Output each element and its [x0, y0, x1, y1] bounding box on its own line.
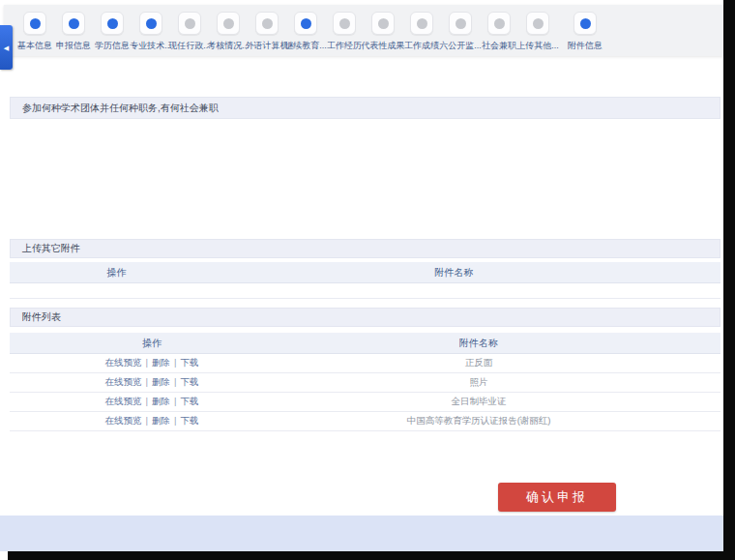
section-header-attachment-list: 附件列表 — [10, 308, 720, 327]
section-title: 参加何种学术团体并任何种职务,有何社会兼职 — [22, 102, 219, 115]
attachment-name: 中国高等教育学历认证报告(谢丽红) — [294, 415, 663, 427]
column-header-attachment-name: 附件名称 — [294, 337, 663, 350]
attachment-row: 在线预览|删除|下载 全日制毕业证 — [10, 393, 720, 412]
preview-link[interactable]: 在线预览 — [105, 376, 142, 387]
preview-link[interactable]: 在线预览 — [105, 415, 142, 426]
attachment-name: 照片 — [294, 376, 663, 389]
action-separator: | — [146, 415, 148, 426]
row-actions: 在线预览|删除|下载 — [10, 396, 294, 408]
download-link[interactable]: 下载 — [180, 396, 198, 406]
column-header-attachment-name: 附件名称 — [223, 266, 686, 280]
section-title: 上传其它附件 — [22, 242, 80, 255]
attachment-name: 全日制毕业证 — [294, 396, 663, 408]
footer-bar — [0, 516, 723, 551]
delete-link[interactable]: 删除 — [152, 376, 170, 387]
row-actions: 在线预览|删除|下载 — [10, 357, 294, 369]
row-actions: 在线预览|删除|下载 — [10, 415, 294, 427]
action-separator: | — [146, 396, 148, 406]
action-separator: | — [174, 376, 176, 387]
social-roles-answer-area[interactable] — [10, 119, 720, 233]
section-title: 附件列表 — [22, 310, 61, 324]
section-header-social-roles: 参加何种学术团体并任何种职务,有何社会兼职 — [10, 97, 720, 119]
upload-table-empty-row — [10, 283, 720, 299]
delete-link[interactable]: 删除 — [152, 396, 170, 406]
column-header-operation: 操作 — [10, 337, 294, 350]
chevron-left-icon: ◀ — [4, 44, 9, 51]
screenshot-border-right — [723, 0, 735, 553]
attachment-row: 在线预览|删除|下载 照片 — [10, 373, 720, 393]
action-separator: | — [174, 396, 176, 406]
attachment-table-header: 操作 附件名称 — [10, 333, 720, 354]
action-separator: | — [146, 357, 148, 368]
section-header-upload-other: 上传其它附件 — [10, 239, 720, 258]
download-link[interactable]: 下载 — [180, 415, 198, 426]
preview-link[interactable]: 在线预览 — [105, 396, 142, 406]
attachment-row: 在线预览|删除|下载 正反面 — [10, 354, 720, 373]
action-separator: | — [146, 376, 148, 387]
app-window: 基本信息 申报信息 学历信息 专业技术... 现任行政... 考核情况... 外… — [0, 0, 735, 560]
preview-link[interactable]: 在线预览 — [105, 357, 142, 368]
attachment-name: 正反面 — [294, 357, 663, 369]
download-link[interactable]: 下载 — [180, 357, 198, 368]
upload-table-header: 操作 附件名称 — [10, 262, 720, 283]
action-separator: | — [174, 357, 176, 368]
screenshot-border-bottom — [8, 551, 735, 560]
download-link[interactable]: 下载 — [180, 376, 198, 387]
confirm-declaration-button[interactable]: 确认申报 — [498, 483, 616, 512]
delete-link[interactable]: 删除 — [152, 415, 170, 426]
sidebar-collapse-handle[interactable]: ◀ — [0, 25, 13, 70]
action-separator: | — [174, 415, 176, 426]
main-content: 参加何种学术团体并任何种职务,有何社会兼职 上传其它附件 操作 附件名称 附件列… — [10, 0, 720, 560]
column-header-operation: 操作 — [10, 266, 223, 280]
delete-link[interactable]: 删除 — [152, 357, 170, 368]
attachment-row: 在线预览|删除|下载 中国高等教育学历认证报告(谢丽红) — [10, 412, 720, 431]
row-actions: 在线预览|删除|下载 — [10, 376, 294, 389]
